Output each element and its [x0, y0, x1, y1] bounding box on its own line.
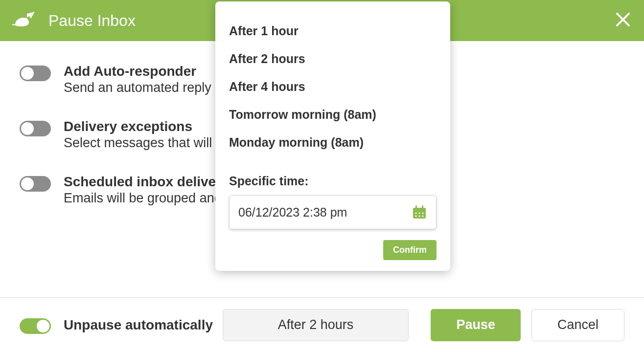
time-selector-dropdown[interactable]: After 2 hours	[223, 309, 409, 341]
time-option-tomorrow[interactable]: Tomorrow morning (8am)	[229, 101, 437, 129]
confirm-button-label: Confirm	[393, 245, 427, 255]
leaf-plane-icon	[12, 12, 35, 29]
toggle-knob	[21, 122, 34, 135]
unpause-label: Unpause automatically	[64, 317, 213, 333]
datetime-input[interactable]	[238, 205, 412, 220]
toggle-knob	[21, 177, 34, 190]
time-option-2hours[interactable]: After 2 hours	[229, 45, 437, 73]
time-option-4hours[interactable]: After 4 hours	[229, 73, 437, 101]
calendar-icon[interactable]	[412, 204, 427, 220]
unpause-group: Unpause automatically	[20, 316, 213, 334]
specific-time-label: Specific time:	[229, 156, 437, 195]
svg-rect-3	[415, 205, 417, 209]
cancel-button[interactable]: Cancel	[531, 309, 624, 341]
setting-text: Add Auto-responder Send an automated rep…	[64, 64, 211, 95]
svg-point-10	[418, 215, 420, 217]
pause-button-label: Pause	[456, 317, 495, 332]
setting-desc-autoresponder: Send an automated reply	[64, 80, 211, 95]
toggle-scheduled-delivery[interactable]	[20, 176, 51, 192]
footer-buttons: Pause Cancel	[431, 309, 624, 341]
footer: Unpause automatically After 2 hours Paus…	[0, 297, 644, 352]
svg-point-7	[418, 212, 420, 214]
time-option-monday[interactable]: Monday morning (8am)	[229, 129, 437, 156]
close-button[interactable]	[616, 13, 630, 28]
toggle-knob	[21, 67, 34, 80]
svg-point-8	[422, 212, 423, 214]
svg-rect-4	[422, 205, 423, 209]
toggle-delivery-exceptions[interactable]	[20, 121, 51, 136]
close-icon	[616, 12, 630, 29]
svg-point-9	[415, 215, 416, 217]
page-title: Pause Inbox	[48, 12, 136, 30]
svg-point-11	[422, 215, 423, 217]
datetime-field[interactable]	[229, 195, 437, 229]
toggle-autoresponder[interactable]	[20, 66, 51, 81]
setting-title-autoresponder: Add Auto-responder	[64, 64, 211, 79]
pause-button[interactable]: Pause	[431, 309, 521, 341]
confirm-button[interactable]: Confirm	[383, 240, 437, 260]
confirm-row: Confirm	[229, 240, 437, 260]
app-logo	[12, 12, 35, 29]
time-option-1hour[interactable]: After 1 hour	[229, 17, 437, 45]
cancel-button-label: Cancel	[557, 317, 598, 332]
toggle-unpause-automatically[interactable]	[20, 318, 51, 334]
toggle-knob	[37, 320, 49, 332]
time-selector-value: After 2 hours	[278, 317, 354, 332]
svg-point-6	[415, 212, 416, 214]
time-options-popover: After 1 hour After 2 hours After 4 hours…	[215, 1, 450, 271]
